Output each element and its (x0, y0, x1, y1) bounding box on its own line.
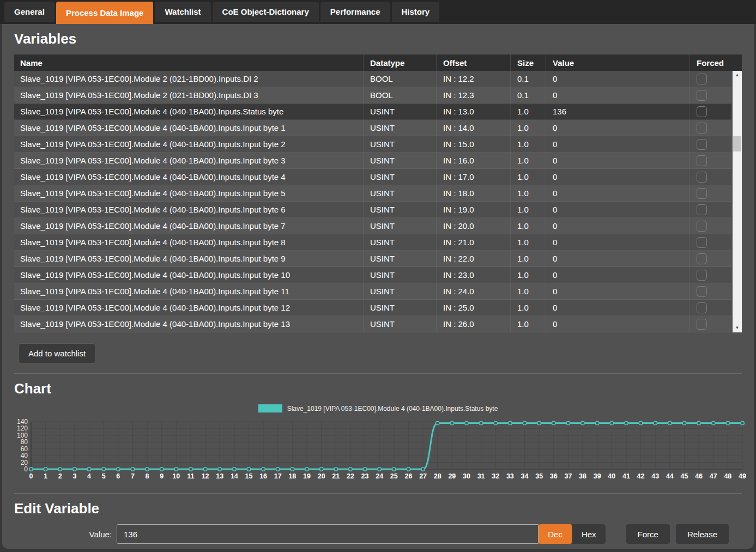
forced-checkbox[interactable] (697, 123, 707, 134)
tab-general[interactable]: General (4, 2, 55, 22)
table-row[interactable]: Slave_1019 [VIPA 053-1EC00].Module 4 (04… (14, 104, 731, 120)
forced-checkbox[interactable] (697, 302, 707, 313)
cell-size: 1.0 (510, 202, 546, 217)
cell-offset: IN : 17.0 (436, 169, 510, 185)
table-row[interactable]: Slave_1019 [VIPA 053-1EC00].Module 4 (04… (14, 120, 731, 136)
edit-variable-title: Edit Variable (14, 499, 754, 518)
table-row[interactable]: Slave_1019 [VIPA 053-1EC00].Module 4 (04… (14, 185, 731, 202)
cell-value: 0 (546, 169, 690, 185)
cell-datatype: USINT (363, 185, 436, 201)
cell-forced (690, 153, 731, 168)
cell-datatype: BOOL (363, 87, 436, 103)
svg-text:26: 26 (404, 472, 412, 480)
forced-checkbox[interactable] (697, 253, 707, 264)
forced-checkbox[interactable] (697, 188, 707, 199)
table-row[interactable]: Slave_1019 [VIPA 053-1EC00].Module 4 (04… (14, 153, 731, 169)
forced-checkbox[interactable] (697, 270, 707, 281)
svg-text:10: 10 (172, 472, 180, 480)
cell-size: 1.0 (510, 251, 546, 266)
cell-offset: IN : 13.0 (436, 104, 510, 119)
variables-table: NameDatatypeOffsetSizeValueForced Slave_… (14, 54, 742, 332)
tab-coe-object-dictionary[interactable]: CoE Object-Dictionary (213, 2, 319, 22)
svg-text:16: 16 (259, 472, 267, 480)
scrollbar-thumb[interactable] (733, 136, 741, 151)
edit-variable-row: Value: Dec Hex Force Release (14, 524, 729, 544)
cell-size: 1.0 (510, 267, 546, 283)
value-input[interactable] (117, 524, 539, 544)
cell-offset: IN : 23.0 (436, 267, 510, 283)
release-button[interactable]: Release (676, 524, 729, 544)
svg-text:20: 20 (21, 459, 28, 466)
cell-name: Slave_1019 [VIPA 053-1EC00].Module 4 (04… (14, 234, 363, 250)
svg-text:29: 29 (448, 472, 456, 480)
svg-text:17: 17 (274, 472, 282, 480)
cell-size: 1.0 (510, 283, 546, 299)
forced-checkbox[interactable] (697, 139, 707, 150)
cell-name: Slave_1019 [VIPA 053-1EC00].Module 4 (04… (14, 300, 363, 316)
cell-forced (690, 283, 731, 299)
cell-size: 1.0 (510, 300, 546, 316)
tab-performance[interactable]: Performance (320, 2, 390, 22)
column-header-datatype: Datatype (363, 54, 436, 71)
cell-value: 0 (546, 87, 690, 103)
scroll-down-icon[interactable]: ▼ (733, 324, 742, 332)
cell-offset: IN : 19.0 (436, 202, 510, 217)
table-scrollbar[interactable]: ▲ ▼ (733, 71, 742, 332)
svg-text:21: 21 (332, 472, 340, 480)
table-row[interactable]: Slave_1019 [VIPA 053-1EC00].Module 4 (04… (14, 234, 731, 251)
cell-name: Slave_1019 [VIPA 053-1EC00].Module 4 (04… (14, 316, 363, 332)
forced-checkbox[interactable] (697, 319, 707, 330)
svg-text:7: 7 (131, 472, 135, 480)
forced-checkbox[interactable] (697, 221, 707, 232)
hex-button[interactable]: Hex (572, 524, 606, 544)
section-divider (14, 373, 742, 374)
svg-text:35: 35 (535, 472, 543, 480)
cell-datatype: USINT (363, 283, 436, 299)
forced-checkbox[interactable] (697, 237, 707, 248)
forced-checkbox[interactable] (697, 74, 707, 84)
cell-size: 1.0 (510, 104, 546, 119)
tab-watchlist[interactable]: Watchlist (155, 2, 210, 22)
table-row[interactable]: Slave_1019 [VIPA 053-1EC00].Module 4 (04… (14, 218, 731, 234)
cell-offset: IN : 25.0 (436, 300, 510, 316)
forced-checkbox[interactable] (697, 172, 707, 183)
cell-offset: IN : 16.0 (436, 153, 510, 168)
forced-checkbox[interactable] (697, 155, 707, 166)
cell-forced (690, 300, 731, 316)
scroll-up-icon[interactable]: ▲ (733, 71, 742, 80)
forced-checkbox[interactable] (697, 90, 707, 101)
table-row[interactable]: Slave_1019 [VIPA 053-1EC00].Module 2 (02… (14, 71, 731, 87)
forced-checkbox[interactable] (697, 286, 707, 297)
main-panel: Variables NameDatatypeOffsetSizeValueFor… (2, 24, 754, 549)
tab-history[interactable]: History (392, 2, 440, 22)
dec-button[interactable]: Dec (539, 524, 572, 544)
add-to-watchlist-button[interactable]: Add to watchlist (19, 343, 95, 363)
cell-value: 0 (546, 316, 690, 332)
cell-name: Slave_1019 [VIPA 053-1EC00].Module 4 (04… (14, 136, 363, 152)
cell-forced (690, 120, 731, 136)
svg-text:44: 44 (666, 472, 674, 480)
forced-checkbox[interactable] (697, 106, 707, 117)
table-row[interactable]: Slave_1019 [VIPA 053-1EC00].Module 4 (04… (14, 136, 731, 153)
svg-text:19: 19 (303, 472, 311, 480)
table-row[interactable]: Slave_1019 [VIPA 053-1EC00].Module 4 (04… (14, 316, 731, 332)
cell-offset: IN : 15.0 (436, 136, 510, 152)
table-row[interactable]: Slave_1019 [VIPA 053-1EC00].Module 2 (02… (14, 87, 731, 104)
table-row[interactable]: Slave_1019 [VIPA 053-1EC00].Module 4 (04… (14, 202, 731, 218)
cell-value: 136 (546, 104, 690, 119)
table-row[interactable]: Slave_1019 [VIPA 053-1EC00].Module 4 (04… (14, 300, 731, 316)
svg-text:25: 25 (390, 472, 398, 480)
svg-text:40: 40 (21, 452, 28, 459)
svg-text:60: 60 (21, 445, 28, 453)
table-row[interactable]: Slave_1019 [VIPA 053-1EC00].Module 4 (04… (14, 169, 731, 185)
forced-checkbox[interactable] (697, 204, 707, 215)
cell-datatype: USINT (363, 153, 436, 168)
svg-text:6: 6 (116, 472, 120, 480)
cell-offset: IN : 24.0 (436, 283, 510, 299)
table-row[interactable]: Slave_1019 [VIPA 053-1EC00].Module 4 (04… (14, 283, 731, 300)
cell-name: Slave_1019 [VIPA 053-1EC00].Module 4 (04… (14, 104, 363, 119)
tab-process-data-image[interactable]: Process Data Image (56, 2, 154, 24)
force-button[interactable]: Force (626, 524, 670, 544)
table-row[interactable]: Slave_1019 [VIPA 053-1EC00].Module 4 (04… (14, 251, 731, 267)
table-row[interactable]: Slave_1019 [VIPA 053-1EC00].Module 4 (04… (14, 267, 731, 283)
